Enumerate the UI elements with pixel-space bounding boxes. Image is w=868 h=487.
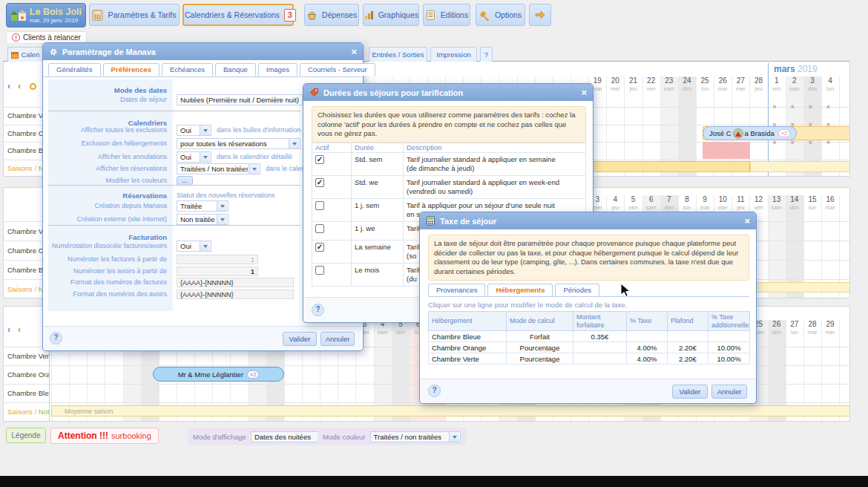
tab-print[interactable]: Impression	[430, 47, 477, 62]
day-column[interactable]: 14dim	[786, 195, 803, 211]
chevron-down-icon[interactable]	[449, 432, 459, 442]
invoice-start-input[interactable]: 1	[177, 255, 258, 264]
table-row[interactable]: Chambre OrangePourcentage4.00%2.20€10.00…	[429, 342, 750, 353]
day-column[interactable]: 24dim	[678, 76, 696, 92]
help-button[interactable]: ?	[312, 304, 324, 316]
chevron-down-icon[interactable]	[289, 139, 299, 148]
day-column[interactable]: 28mar	[803, 320, 821, 336]
duration-row[interactable]: ✓Std. weTarif journalier standard à appl…	[312, 176, 586, 199]
chevron-down-icon[interactable]	[249, 164, 259, 174]
checkbox[interactable]: ✓	[315, 243, 324, 252]
settings-dialog-header[interactable]: Paramètrage de Manava ×	[43, 43, 363, 60]
exclusions-select[interactable]: Oui	[177, 125, 211, 136]
day-column[interactable]: 4jeu	[606, 195, 624, 211]
day-column[interactable]: 16mar	[821, 195, 839, 211]
app-logo[interactable]: Le Bois Joli mar. 29 janv. 2019	[6, 3, 86, 27]
day-column[interactable]: 6sam	[642, 195, 660, 211]
day-column[interactable]: 27lun	[786, 320, 803, 336]
checkbox[interactable]: ✓	[315, 155, 324, 164]
tab-courriels-serveur[interactable]: Courriels - Serveur	[300, 63, 375, 76]
day-column[interactable]: 20mer	[606, 76, 624, 92]
validate-button[interactable]: Valider	[672, 385, 708, 399]
day-column[interactable]: 9mar	[696, 195, 714, 211]
table-row[interactable]: Chambre BleueForfait0.35€	[429, 331, 750, 342]
day-column[interactable]: 25lun	[696, 76, 714, 92]
day-column[interactable]: 5ven	[625, 195, 642, 211]
dates-sejour-select[interactable]: Nuitées (Première nuit / Dernière nuit)	[177, 94, 314, 105]
cancel-button[interactable]: Annuler	[711, 385, 747, 399]
reservation-bar-jose[interactable]: José Ca Brasida×2	[703, 126, 797, 140]
chevron-down-icon[interactable]	[200, 152, 210, 162]
params-tarifs-button[interactable]: Paramètres & Tarifs	[89, 4, 180, 26]
invoice-format-input[interactable]: {AAAA}-{NNNNN}	[177, 278, 294, 287]
day-column[interactable]: 7dim	[660, 195, 678, 211]
tab-echeances[interactable]: Echéances	[162, 63, 213, 76]
numerotation-select[interactable]: Oui	[177, 241, 211, 252]
tab-calendar[interactable]: Calen	[7, 47, 43, 62]
cancel-button[interactable]: Annuler	[320, 332, 355, 346]
day-column[interactable]: 12ven	[750, 195, 768, 211]
day-column[interactable]: 21jeu	[625, 76, 642, 92]
tab-images[interactable]: Images	[258, 63, 297, 76]
day-column[interactable]: 26mar	[714, 76, 731, 92]
nav-back-fast-icon[interactable]: ‹	[18, 326, 21, 333]
day-column[interactable]: 28jeu	[750, 76, 768, 92]
reservation-bar-leglantier[interactable]: Mr & Mme Léglantier×2	[153, 367, 284, 382]
options-button[interactable]: Options	[476, 4, 525, 26]
reservations-display-select[interactable]: Traitées / Non traitées	[177, 163, 260, 174]
help-button[interactable]: ?	[428, 385, 441, 397]
chevron-down-icon[interactable]	[217, 215, 227, 224]
annulations-select[interactable]: Oui	[177, 151, 211, 163]
credit-start-input[interactable]: 1	[177, 267, 258, 276]
exclusion-hebergements-select[interactable]: pour toutes les réservations	[177, 138, 300, 149]
tab-hebergements[interactable]: Hébergements	[487, 284, 553, 296]
tab-generalites[interactable]: Généralités	[48, 63, 101, 76]
nav-back-icon[interactable]: ‹	[7, 82, 10, 90]
nav-back-icon[interactable]: ‹	[7, 326, 10, 333]
tab-banque[interactable]: Banque	[215, 63, 256, 76]
checkbox[interactable]: ✓	[315, 178, 324, 187]
day-column[interactable]: 10mer	[714, 195, 731, 211]
close-icon[interactable]: ×	[581, 88, 587, 97]
modify-colors-button[interactable]: ...	[177, 176, 193, 186]
tab-preferences[interactable]: Préférences	[103, 63, 160, 76]
day-column[interactable]: 13sam	[768, 195, 786, 211]
chevron-down-icon[interactable]	[200, 241, 210, 251]
day-column[interactable]: 22ven	[642, 76, 660, 92]
tab-entries-exits[interactable]: Entrées / Sorties	[369, 47, 427, 62]
tab-provenances[interactable]: Provenances	[428, 284, 485, 296]
legend-button[interactable]: Légende	[6, 428, 46, 443]
color-mode-select[interactable]: Traitées / non traitées	[370, 431, 461, 442]
checkbox[interactable]	[315, 266, 324, 275]
credit-format-input[interactable]: {AAAA}-{NNNNN}	[177, 290, 294, 299]
validate-button[interactable]: Valider	[283, 332, 317, 346]
day-column[interactable]: 1ven	[768, 76, 786, 92]
checkbox[interactable]	[315, 224, 324, 233]
tab-periodes[interactable]: Périodes	[555, 284, 599, 296]
durations-dialog-header[interactable]: Durées des séjours pour tarification ×	[303, 84, 593, 101]
next-arrow-button[interactable]	[529, 4, 551, 26]
today-icon[interactable]	[30, 83, 36, 90]
creation-manava-select[interactable]: Traitée	[177, 200, 228, 212]
day-column[interactable]: 4lun	[821, 76, 839, 92]
help-button[interactable]: ?	[50, 332, 62, 344]
charts-button[interactable]: Graphiques	[363, 4, 419, 26]
day-column[interactable]: 23sam	[660, 76, 678, 92]
day-column[interactable]: 29mer	[821, 320, 839, 336]
table-row[interactable]: Chambre VertePourcentage4.00%2.20€10.00%	[429, 353, 750, 365]
creation-externe-select[interactable]: Non traitée	[177, 214, 228, 225]
checkbox[interactable]	[315, 201, 324, 210]
day-column[interactable]: 15lun	[803, 195, 821, 211]
chevron-down-icon[interactable]	[200, 125, 210, 135]
tax-dialog-header[interactable]: Taxe de séjour ×	[420, 212, 756, 229]
chevron-down-icon[interactable]	[217, 201, 227, 211]
day-column[interactable]: 2sam	[786, 76, 803, 92]
tab-help[interactable]: ?	[480, 47, 493, 62]
day-column[interactable]: 3dim	[803, 76, 821, 92]
day-column[interactable]: 11jeu	[731, 195, 749, 211]
duration-row[interactable]: ✓Std. semTarif journalier standard à app…	[312, 153, 586, 176]
day-column[interactable]: 27mer	[731, 76, 749, 92]
calendars-reservations-button[interactable]: 13 Calendriers & Réservations 3	[183, 4, 294, 26]
day-column[interactable]: 8lun	[678, 195, 696, 211]
day-column[interactable]: 26dim	[768, 320, 786, 336]
